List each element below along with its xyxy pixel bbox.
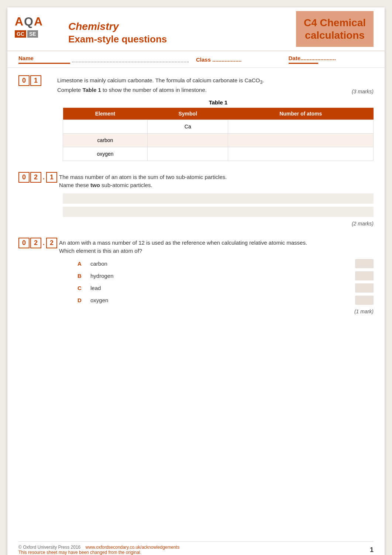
table1-row3-element: oxygen bbox=[63, 147, 148, 161]
q022-num3: 2 bbox=[46, 238, 57, 248]
name-underline bbox=[18, 63, 70, 64]
mcq-text-d: oxygen bbox=[90, 297, 350, 303]
q022-marks: (1 mark) bbox=[18, 308, 374, 314]
q021-num2: 2 bbox=[30, 172, 41, 183]
table1-col-element: Element bbox=[63, 108, 148, 120]
q01-instruction: Complete Table 1 to show the number of a… bbox=[57, 87, 207, 93]
answer-line-1[interactable] bbox=[63, 193, 374, 204]
aqa-logo: AQA bbox=[15, 15, 43, 28]
mcq-options: A carbon B hydrogen C lead D oxygen bbox=[78, 259, 374, 305]
mcq-text-a: carbon bbox=[90, 261, 350, 267]
q021-nums: 0 2 . 1 bbox=[18, 172, 57, 183]
q021-num3: 1 bbox=[46, 172, 57, 183]
q022-dot: . bbox=[42, 238, 45, 248]
table1-container: Table 1 Element Symbol Number of atoms C… bbox=[63, 99, 374, 161]
question-block-021: 0 2 . 1 The mass number of an atom is th… bbox=[18, 172, 374, 227]
q022-question: Which element is this an atom of? bbox=[59, 248, 142, 254]
footer-left: © Oxford University Press 2016 www.oxfor… bbox=[18, 545, 179, 555]
c4-line1: C4 Chemical bbox=[304, 17, 366, 28]
question-block-022: 0 2 . 2 An atom with a mass number of 12… bbox=[18, 238, 374, 314]
q022-main-text: An atom with a mass number of 12 is used… bbox=[59, 239, 307, 246]
table1-row3-atoms bbox=[228, 147, 374, 161]
class-label: Class ................... bbox=[196, 56, 241, 63]
q021-text: The mass number of an atom is the sum of… bbox=[59, 172, 374, 190]
header-center: Chemistry Exam-style questions bbox=[63, 11, 296, 47]
table1-col-atoms: Number of atoms bbox=[228, 108, 374, 120]
q021-dot: . bbox=[42, 173, 45, 182]
table1-col-symbol: Symbol bbox=[148, 108, 228, 120]
exam-style-title: Exam-style questions bbox=[68, 34, 292, 45]
table1-header-row: Element Symbol Number of atoms bbox=[63, 108, 374, 120]
q01-text-part2: . bbox=[262, 77, 264, 83]
name-label: Name bbox=[18, 55, 70, 64]
footer-note: This resource sheet may have been change… bbox=[18, 550, 179, 555]
table1-row2-element: carbon bbox=[63, 133, 148, 147]
q021-num1: 0 bbox=[18, 172, 30, 183]
mcq-row-c: C lead bbox=[78, 283, 374, 293]
mcq-letter-d: D bbox=[78, 297, 85, 303]
q01-row: 0 1 Limestone is mainly calcium carbonat… bbox=[18, 75, 374, 96]
q01-instruction2: to show the number of atoms in limestone… bbox=[101, 87, 207, 93]
table1: Element Symbol Number of atoms Ca carb bbox=[63, 108, 374, 161]
table-row: carbon bbox=[63, 133, 374, 147]
date-field: Date....................... bbox=[289, 55, 374, 64]
mcq-text-c: lead bbox=[90, 285, 350, 291]
aqa-q: Q bbox=[24, 15, 34, 28]
q01-num1: 0 bbox=[18, 75, 30, 86]
q021-answer-lines bbox=[63, 193, 374, 217]
table1-row1-symbol: Ca bbox=[148, 120, 228, 133]
q021-row: 0 2 . 1 The mass number of an atom is th… bbox=[18, 172, 374, 190]
table1-row1-atoms bbox=[228, 120, 374, 133]
q022-row: 0 2 . 2 An atom with a mass number of 12… bbox=[18, 238, 374, 255]
name-row: Name Class ................... Date.....… bbox=[7, 51, 385, 68]
mcq-letter-b: B bbox=[78, 273, 85, 279]
header-right: C4 Chemical calculations bbox=[296, 11, 374, 47]
q01-text-part1: Limestone is mainly calcium carbonate. T… bbox=[57, 77, 260, 83]
table1-row3-symbol bbox=[148, 147, 228, 161]
question-block-01: 0 1 Limestone is mainly calcium carbonat… bbox=[18, 75, 374, 161]
chemistry-title: Chemistry bbox=[68, 21, 292, 32]
mcq-box-d[interactable] bbox=[355, 296, 374, 305]
mcq-row-b: B hydrogen bbox=[78, 271, 374, 280]
mcq-letter-c: C bbox=[78, 285, 85, 291]
q021-marks: (2 marks) bbox=[18, 221, 374, 227]
q01-table-ref-bold: Table 1 bbox=[82, 87, 101, 93]
table-row: Ca bbox=[63, 120, 374, 133]
footer-page-number: 1 bbox=[370, 546, 374, 554]
aqa-a1: A bbox=[15, 15, 24, 28]
mcq-row-d: D oxygen bbox=[78, 296, 374, 305]
q01-text: Limestone is mainly calcium carbonate. T… bbox=[57, 75, 374, 96]
date-label: Date....................... bbox=[289, 55, 336, 61]
q022-num1: 0 bbox=[18, 238, 30, 248]
mcq-box-b[interactable] bbox=[355, 271, 374, 280]
mcq-box-c[interactable] bbox=[355, 283, 374, 293]
mcq-box-a[interactable] bbox=[355, 259, 374, 268]
page: AQA GC SE Chemistry Exam-style questions… bbox=[7, 7, 385, 555]
footer: © Oxford University Press 2016 www.oxfor… bbox=[18, 541, 374, 555]
q021-instruction: Name these two sub-atomic particles. bbox=[59, 182, 152, 188]
logo-block: AQA GC SE bbox=[15, 11, 63, 47]
gcse-box-1: GC bbox=[15, 30, 26, 38]
mcq-text-b: hydrogen bbox=[90, 273, 350, 279]
gcse-box-2: SE bbox=[27, 30, 38, 38]
table-row: oxygen bbox=[63, 147, 374, 161]
name-field: Name bbox=[18, 55, 189, 64]
name-dots bbox=[72, 57, 189, 62]
content: 0 1 Limestone is mainly calcium carbonat… bbox=[7, 68, 385, 333]
gcse-logo: GC SE bbox=[15, 30, 38, 38]
table1-row2-atoms bbox=[228, 133, 374, 147]
footer-copyright-row: © Oxford University Press 2016 www.oxfor… bbox=[18, 545, 179, 550]
class-field: Class ................... bbox=[196, 56, 281, 63]
table1-title: Table 1 bbox=[63, 99, 374, 106]
q01-num2: 1 bbox=[30, 75, 41, 86]
table1-row1-element bbox=[63, 120, 148, 133]
q022-num2: 2 bbox=[30, 238, 41, 248]
date-underline bbox=[289, 63, 318, 64]
mcq-row-a: A carbon bbox=[78, 259, 374, 268]
footer-copyright: © Oxford University Press 2016 bbox=[18, 545, 80, 550]
footer-link[interactable]: www.oxfordsecondary.co.uk/acknowledgemen… bbox=[86, 545, 180, 550]
q01-marks: (3 marks) bbox=[352, 88, 374, 96]
table1-row2-symbol bbox=[148, 133, 228, 147]
answer-line-2[interactable] bbox=[63, 207, 374, 217]
mcq-letter-a: A bbox=[78, 261, 85, 267]
